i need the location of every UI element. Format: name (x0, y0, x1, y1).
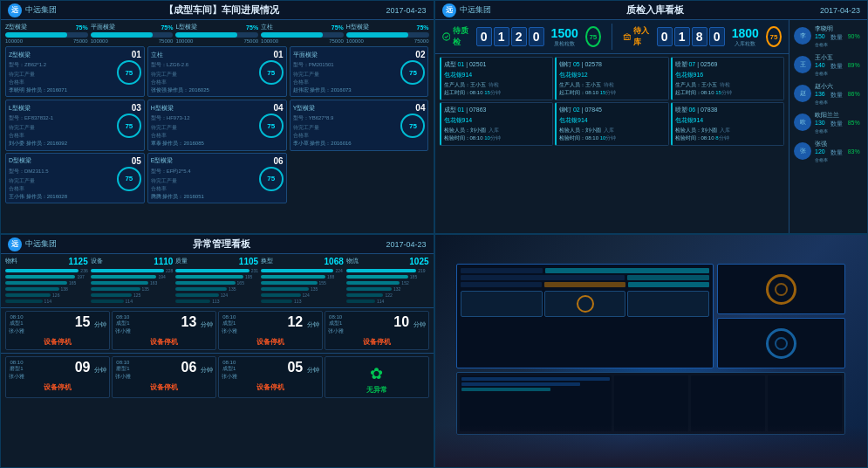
qc-passed-digits: 0 1 2 0 (476, 27, 544, 46)
qc-right-stats: 李 李晓明 150 数量 90% 合格率 王 王小五 140 (789, 20, 867, 233)
side-display-1 (717, 264, 845, 314)
qc-left-section: 待质检 0 1 2 0 1500 质检粒数 75 (435, 20, 789, 233)
card-z: Z型横梁 01 型号：ZB62*1.2 待完工产量 合格率 75 李晓明 操作员… (5, 46, 145, 97)
photo-sim (435, 235, 868, 467)
display-wall (456, 264, 845, 438)
stat-row-2: 王 王小五 140 数量 89% 合格率 (792, 52, 865, 78)
shield-check-icon (442, 31, 451, 43)
panel3-date: 2017-04-23 (386, 240, 426, 249)
progress-h: H型横梁 75% 10000075000 (346, 23, 429, 44)
cat-shebei: 设备 1110 228 194 163 135 125 114 (91, 257, 174, 305)
card-h: H型横梁 04 型号：HF973-12 待完工产量 合格率 75 覃泰 操作员：… (147, 100, 287, 150)
anomaly-alerts-top: 08:10 成型1 张小雅 15 分钟 设备停机 08:10 成型1 张小雅 (1, 308, 434, 354)
panel1-date: 2017-04-23 (386, 6, 426, 15)
cat-zhiliang: 质量 1105 231 195 165 135 124 113 (175, 257, 258, 305)
panel1-logo: 远 中远集团 (8, 3, 57, 17)
panel2-date: 2017-04-23 (820, 6, 860, 15)
card-l: L型横梁 03 型号：EF837832-1 待完工产量 合格率 75 刘小委 操… (5, 100, 145, 150)
desk-overlay (435, 425, 868, 467)
avatar-4: 欧 (794, 114, 811, 131)
qc-passed-label: 待质检 (453, 25, 469, 48)
panel1-content: Z型横梁 75% 10000075000 平面横梁 75% 1000007500… (1, 20, 434, 206)
card-y: Y型横梁 04 型号：YB627*8.9 待完工产量 合格率 75 李小草 操作… (290, 100, 429, 150)
qc-pending-pct: 75 (766, 26, 782, 47)
progress-row: Z型横梁 75% 10000075000 平面横梁 75% 1000007500… (5, 23, 429, 44)
progress-pm: 平面横梁 75% 10000075000 (91, 23, 174, 44)
card-e: E型横梁 06 型号：EF约2*5.4 待完工产量 合格率 75 腾腾 操作员：… (147, 153, 287, 203)
panel2-header: 远 中远集团 质检入库看板 2017-04-23 (435, 1, 868, 20)
panel3-logo: 远 中远集团 (8, 237, 57, 251)
alert-7: 08:10 成型1 张小雅 05 分钟 设备停机 (218, 356, 323, 398)
panel-photo (434, 234, 869, 468)
main-display (456, 264, 714, 368)
logo-icon-2: 远 (442, 3, 456, 17)
qc-item-3: 喷塑 07 | 02569 包花银916 生产人员：王小五 待检 起工时间：08… (671, 57, 785, 100)
anomaly-alerts-bottom: 08:10 磨型1 张小雅 09 分钟 设备停机 08:10 磨型1 张小雅 (1, 354, 434, 401)
logo-icon-3: 远 (8, 237, 22, 251)
panel2-main: 待质检 0 1 2 0 1500 质检粒数 75 (435, 20, 868, 233)
stat-row-3: 赵 赵小六 136 数量 86% 合格率 (792, 80, 865, 107)
qc-passed-count: 1500 质检粒数 (551, 26, 578, 48)
qc-item-1: 成型 01 | 02501 包花银914 生产人员：王小五 待检 起工时间：08… (440, 57, 554, 100)
qc-pending-label: 待入库 (633, 25, 650, 48)
panel2-title: 质检入库看板 (626, 3, 684, 17)
alert-6: 08:10 磨型1 张小雅 06 分钟 设备停机 (112, 356, 216, 398)
logo-icon-1: 远 (8, 3, 22, 17)
panel1-header: 远 中远集团 【成型车间】车间进展情况 2017-04-23 (1, 1, 434, 20)
stat-row-4: 欧 欧阳兰兰 130 数量 85% 合格率 (792, 109, 865, 135)
qc-item-5: 铆钉 02 | 07845 包花银914 检验人员：刘小圆 入库 检验时间：08… (555, 102, 669, 146)
progress-lz: 立柱 75% 10000075000 (261, 23, 344, 44)
panel2-logo: 远 中远集团 (442, 3, 491, 17)
alert-1: 08:10 成型1 张小雅 15 分钟 设备停机 (5, 311, 110, 350)
card-lz: 立柱 01 型号：LZG6-2.6 待完工产量 合格率 75 张俊强 操作员：2… (147, 46, 287, 97)
stat-row-5: 张 张强 120 数量 83% 合格率 (792, 138, 865, 164)
side-display-2 (717, 318, 845, 368)
qc-items-grid: 成型 01 | 02501 包花银914 生产人员：王小五 待检 起工时间：08… (435, 54, 789, 148)
logo-text-1: 中远集团 (25, 4, 57, 16)
qc-passed-pct: 75 (585, 26, 601, 47)
qc-top-stats: 待质检 0 1 2 0 1500 质检粒数 75 (435, 20, 789, 54)
cat-huanxing: 换型 1068 224 188 155 135 124 113 (261, 257, 344, 305)
avatar-1: 李 (794, 27, 811, 45)
alert-8: ✿ 无异常 (325, 356, 429, 398)
qc-item-6: 喷塑 06 | 07838 包花银914 检验人员：刘小圆 入库 检验时间：08… (671, 102, 785, 146)
panel-zhijian: 远 中远集团 质检入库看板 2017-04-23 待质检 0 1 (434, 0, 869, 234)
panel3-title: 异常管理看板 (193, 237, 250, 251)
qc-divider (612, 24, 612, 50)
panel1-title: 【成型车间】车间进展情况 (164, 3, 279, 17)
cat-wuliao: 物料 1125 236 197 165 138 126 114 (5, 257, 88, 305)
progress-z: Z型横梁 75% 10000075000 (5, 23, 88, 44)
panel-yichang: 远 中远集团 异常管理看板 2017-04-23 物料 1125 236 197… (0, 234, 434, 468)
warehouse-icon (623, 31, 632, 43)
stat-row-1: 李 李晓明 150 数量 90% 合格率 (792, 23, 865, 49)
qc-item-2: 铆钉 05 | 02578 包花银912 生产人员：王小五 待检 起工时间：08… (555, 57, 669, 100)
cat-wuliu: 物流 1025 219 185 152 132 122 114 (346, 257, 429, 305)
alert-5: 08:10 磨型1 张小雅 09 分钟 设备停机 (5, 356, 110, 398)
qc-pending-digits: 0 1 8 0 (657, 27, 725, 46)
cards-grid: Z型横梁 01 型号：ZB62*1.2 待完工产量 合格率 75 李晓明 操作员… (5, 46, 429, 151)
alert-3: 08:10 成型1 张小雅 12 分钟 设备停机 (218, 311, 323, 350)
card-d: D型横梁 05 型号：DM2311.5 待完工产量 合格率 75 王小伟 操作员… (5, 153, 145, 203)
panel-chengxing: 远 中远集团 【成型车间】车间进展情况 2017-04-23 Z型横梁 75% … (0, 0, 434, 234)
anomaly-categories: 物料 1125 236 197 165 138 126 114 设备 1110 … (1, 254, 434, 308)
logo-text-3: 中远集团 (25, 238, 57, 250)
alert-2: 08:10 成型1 张小雅 13 分钟 设备停机 (112, 311, 216, 350)
avatar-3: 赵 (794, 85, 811, 102)
avatar-5: 张 (794, 142, 811, 160)
qc-item-4: 成型 01 | 07863 包花银914 检验人员：刘小圆 入库 检验时间：08… (440, 102, 554, 146)
panel3-header: 远 中远集团 异常管理看板 2017-04-23 (1, 235, 434, 254)
qc-pending-count: 1800 入库粒数 (732, 26, 759, 48)
alert-4: 08:10 成型1 张小雅 10 分钟 设备停机 (325, 311, 429, 350)
avatar-2: 王 (794, 56, 811, 73)
progress-l: L型横梁 75% 10000075000 (175, 23, 258, 44)
card-pm: 平面横梁 02 型号：PM201501 待完工产量 合格率 75 赵伟宏 操作员… (290, 46, 429, 97)
logo-text-2: 中远集团 (460, 4, 491, 16)
cards-grid-2: D型横梁 05 型号：DM2311.5 待完工产量 合格率 75 王小伟 操作员… (5, 153, 429, 203)
